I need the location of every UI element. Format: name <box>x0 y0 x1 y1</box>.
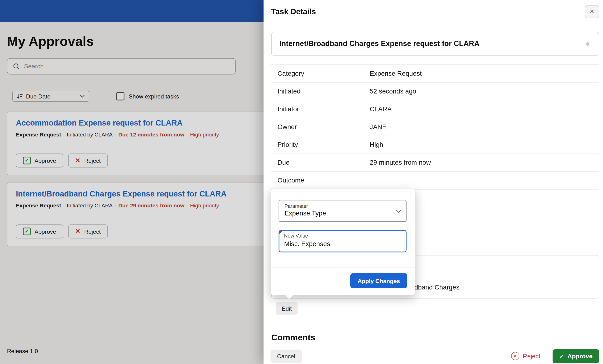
new-value-input[interactable]: New Value Misc. Expenses <box>279 230 406 252</box>
check-icon: ✓ <box>559 353 564 359</box>
field-row: Outcome <box>271 172 599 190</box>
chevron-down-icon <box>396 210 402 213</box>
circle-x-icon: ✕ <box>511 352 519 360</box>
new-value-label: New Value <box>284 233 308 239</box>
close-button[interactable]: ✕ <box>585 5 599 18</box>
field-row: InitiatorCLARA <box>271 100 599 118</box>
drawer-title: Task Details <box>271 7 316 16</box>
task-title-box: Internet/Broadband Charges Expense reque… <box>271 32 599 56</box>
close-icon: ✕ <box>590 8 594 15</box>
edit-parameter-popover: Parameter Expense Type New Value Misc. E… <box>270 189 415 295</box>
parameter-select-label: Parameter <box>284 203 308 209</box>
task-title: Internet/Broadband Charges Expense reque… <box>279 40 479 48</box>
field-row: Due29 minutes from now <box>271 154 599 172</box>
apply-changes-button[interactable]: Apply Changes <box>350 273 407 288</box>
task-details-drawer: Task Details ✕ Internet/Broadband Charge… <box>264 0 603 364</box>
field-row: PriorityHigh <box>271 136 599 154</box>
task-fields: CategoryExpense Request Initiated52 seco… <box>271 64 599 190</box>
comments-heading: Comments <box>271 333 315 343</box>
popover-divider <box>271 267 415 268</box>
reject-task-button[interactable]: ✕ Reject <box>509 352 543 361</box>
new-value-text: Misc. Expenses <box>284 240 330 248</box>
field-row: CategoryExpense Request <box>271 65 599 82</box>
parameter-select-value: Expense Type <box>284 210 326 218</box>
field-row: Initiated52 seconds ago <box>271 82 599 100</box>
drawer-footer: Cancel ✕ Reject ✓ Approve <box>264 348 603 364</box>
parameter-select[interactable]: Parameter Expense Type <box>279 200 406 222</box>
status-dot-icon <box>586 42 590 46</box>
approve-task-button[interactable]: ✓ Approve <box>553 349 599 363</box>
cancel-button[interactable]: Cancel <box>270 350 302 363</box>
field-row: OwnerJANE <box>271 118 599 136</box>
edit-button[interactable]: Edit <box>276 302 298 315</box>
